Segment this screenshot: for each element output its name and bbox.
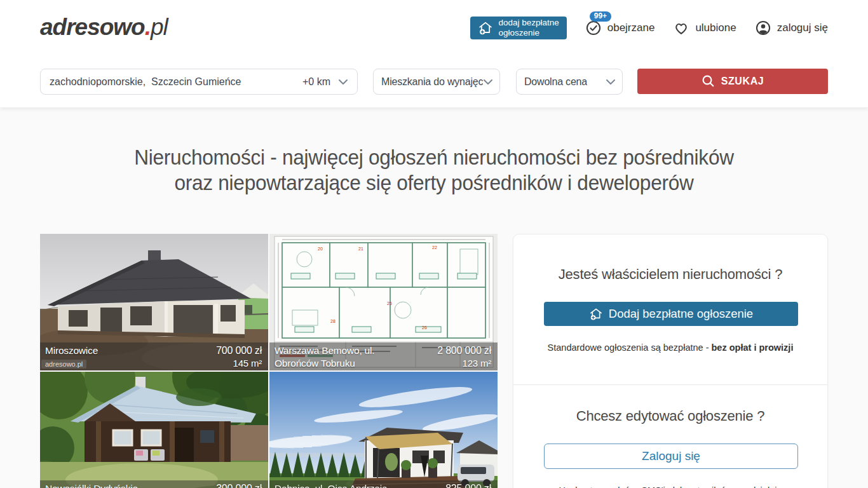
search-icon — [702, 74, 715, 88]
login-button-label: Zaloguj się — [642, 449, 700, 463]
listing-photo-wooden-cottage — [40, 372, 268, 488]
owner-panel: Jesteś właścicielem nieruchomości ? Doda… — [513, 234, 828, 488]
nav-login[interactable]: zaloguj się — [755, 20, 828, 36]
svg-text:21: 21 — [358, 247, 363, 251]
login-button[interactable]: Zaloguj się — [544, 444, 798, 469]
page-title: Nieruchomości - najwięcej ogłoszeń nieru… — [31, 144, 837, 195]
check-circle-icon — [585, 20, 602, 36]
add-listing-button[interactable]: dodaj bezpłatne ogłoszenie — [470, 17, 566, 39]
category-value: Mieszkania do wynajęc — [381, 76, 483, 88]
favorites-label: ulubione — [695, 22, 736, 34]
listing-card[interactable]: Dobnice, ul. Ojca Andrzeja 825 000 zł — [269, 372, 498, 488]
listing-area: 123 m² — [463, 357, 492, 369]
house-plus-icon — [478, 20, 493, 36]
listing-price: 825 000 zł — [445, 482, 491, 488]
owner-section: Jesteś właścicielem nieruchomości ? Doda… — [513, 234, 827, 384]
photo-watermark: adresowo.pl — [41, 360, 86, 369]
category-select[interactable]: Mieszkania do wynajęc — [373, 69, 500, 95]
add-free-listing-button[interactable]: Dodaj bezpłatne ogłoszenie — [544, 302, 798, 326]
location-input[interactable] — [50, 76, 302, 88]
listing-name: Warszawa Bemowo, ul. Obrońców Tobruku — [275, 344, 383, 370]
radius-value: +0 km — [302, 76, 330, 88]
listing-area: 145 m² — [233, 357, 262, 369]
chevron-down-icon — [606, 79, 616, 85]
page-title-line2: oraz niepowtarzające się oferty pośredni… — [31, 170, 837, 195]
listing-info-band: Nowosiółki Dydyńskie 300 000 zł — [40, 480, 268, 488]
search-bar: +0 km Mieszkania do wynajęc — [40, 69, 828, 95]
owner-note: Standardowe ogłoszenia są bezpłatne - be… — [544, 342, 797, 353]
site-logo[interactable]: adresowo.pl — [40, 14, 168, 41]
chevron-down-icon — [338, 79, 348, 85]
add-listing-label: dodaj bezpłatne ogłoszenie — [498, 18, 559, 38]
viewed-count-badge: 99+ — [590, 11, 611, 22]
nav-favorites[interactable]: ulubione — [673, 20, 736, 36]
chevron-down-icon — [483, 79, 493, 85]
viewed-label: obejrzane — [607, 22, 655, 34]
listing-price: 2 800 000 zł — [437, 344, 491, 357]
svg-text:22: 22 — [432, 245, 437, 250]
page-title-line1: Nieruchomości - najwięcej ogłoszeń nieru… — [31, 144, 837, 170]
listing-card[interactable]: 202122 282526 Warszawa Bemowo, ul. Obroń… — [269, 234, 498, 370]
price-select[interactable]: Dowolna cena — [516, 69, 623, 95]
search-button-label: SZUKAJ — [721, 76, 764, 87]
listings-grid: Miroszowice 700 000 zł 145 m² adresowo.p… — [40, 234, 498, 488]
listing-price: 300 000 zł — [216, 482, 262, 488]
listing-name: Nowosiółki Dydyńskie — [45, 482, 182, 488]
price-value: Dowolna cena — [524, 76, 587, 88]
page: adresowo.pl dodaj bezpłatne ogłos — [0, 0, 868, 488]
logo-dot: . — [145, 14, 151, 40]
listing-photo-modern-bungalow — [269, 372, 498, 488]
listing-price: 700 000 zł — [216, 344, 262, 357]
header-nav: dodaj bezpłatne ogłoszenie 99+ obejrzane — [470, 17, 828, 39]
user-circle-icon — [755, 20, 771, 36]
edit-title: Chcesz edytować ogłoszenie ? — [544, 408, 797, 424]
radius-dropdown[interactable]: +0 km — [302, 76, 348, 88]
listing-info-band: Warszawa Bemowo, ul. Obrońców Tobruku 2 … — [269, 342, 498, 370]
svg-text:20: 20 — [318, 247, 323, 251]
login-label: zaloguj się — [777, 22, 828, 34]
listing-card[interactable]: Miroszowice 700 000 zł 145 m² adresowo.p… — [40, 234, 268, 370]
house-plus-icon — [589, 307, 603, 321]
logo-tld: pl — [151, 14, 168, 40]
listing-name: Dobnice, ul. Ojca Andrzeja — [275, 482, 411, 488]
listing-info-band: Dobnice, ul. Ojca Andrzeja 825 000 zł — [269, 480, 498, 488]
edit-note: Hasło otrzymałeś w SMS'ie lub ustawiłeś … — [544, 485, 797, 488]
edit-section: Chcesz edytować ogłoszenie ? Zaloguj się… — [513, 385, 827, 488]
listing-card[interactable]: Nowosiółki Dydyńskie 300 000 zł — [40, 372, 268, 488]
nav-viewed[interactable]: 99+ obejrzane — [585, 20, 655, 36]
logo-text: adresowo — [40, 14, 145, 40]
location-field[interactable]: +0 km — [40, 69, 358, 95]
svg-text:26: 26 — [422, 325, 427, 330]
owner-title: Jesteś właścicielem nieruchomości ? — [544, 266, 797, 283]
search-button[interactable]: SZUKAJ — [637, 69, 828, 94]
add-free-listing-label: Dodaj bezpłatne ogłoszenie — [609, 307, 753, 321]
svg-text:25: 25 — [387, 301, 392, 306]
svg-text:28: 28 — [330, 319, 336, 323]
heart-icon — [673, 20, 689, 36]
site-header: adresowo.pl dodaj bezpłatne ogłos — [0, 0, 868, 107]
